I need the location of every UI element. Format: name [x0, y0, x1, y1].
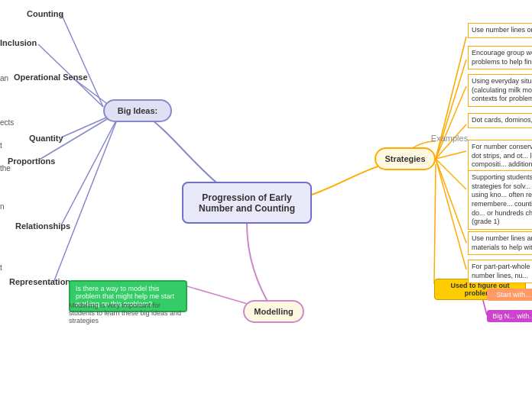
left-item-t: t	[0, 141, 2, 150]
left-label-relationships: Relationships	[15, 221, 70, 231]
svg-line-1	[436, 60, 466, 159]
svg-line-6	[436, 159, 466, 243]
left-label-proportions: Proportions	[8, 157, 55, 166]
examples-label: Examples	[427, 134, 472, 143]
left-item-t2: t	[0, 263, 2, 272]
rb-box-start: Start with...	[487, 289, 532, 301]
left-label-inclusion: Inclusion	[0, 38, 37, 47]
right-box-6: Use number lines and hu... materials to …	[468, 231, 532, 255]
left-label-representation: Representation	[9, 277, 70, 286]
left-item-an: an	[0, 74, 8, 82]
left-item-ects: ects	[0, 118, 14, 127]
right-box-0: Use number lines or hu... (Kinder)	[468, 23, 532, 38]
main-node: Progression of Early Number and Counting	[182, 182, 312, 224]
grey-text-box: Modelling is very important for students…	[69, 302, 187, 324]
svg-line-2	[436, 86, 466, 159]
modelling-node: Modelling	[243, 300, 304, 323]
right-box-1: Encourage group work a... problems to he…	[468, 46, 532, 69]
left-item-the: the	[0, 164, 11, 173]
svg-line-8	[434, 164, 436, 284]
left-label-operational: Operational Sense	[14, 73, 88, 82]
big-ideas-node: Big Ideas:	[103, 99, 172, 122]
rb-box-big: Big N... with...	[487, 310, 532, 322]
left-item-n: n	[0, 202, 5, 211]
right-box-7: For part-part-whole relati... blocks, nu…	[468, 260, 532, 283]
svg-line-7	[436, 159, 466, 270]
svg-line-16	[61, 116, 118, 225]
svg-line-11	[61, 14, 103, 107]
svg-line-4	[436, 151, 466, 159]
right-box-2: Using everyday situation... (calculating…	[468, 74, 532, 107]
left-label-counting: Counting	[27, 9, 63, 18]
right-box-5: Supporting students in k... useful strat…	[468, 170, 532, 230]
strategies-node: Strategies	[375, 147, 436, 170]
left-label-quantity: Quantity	[29, 134, 63, 143]
right-box-3: Dot cards, dominos, num... (Kinder)	[468, 113, 532, 128]
svg-line-5	[436, 159, 466, 189]
